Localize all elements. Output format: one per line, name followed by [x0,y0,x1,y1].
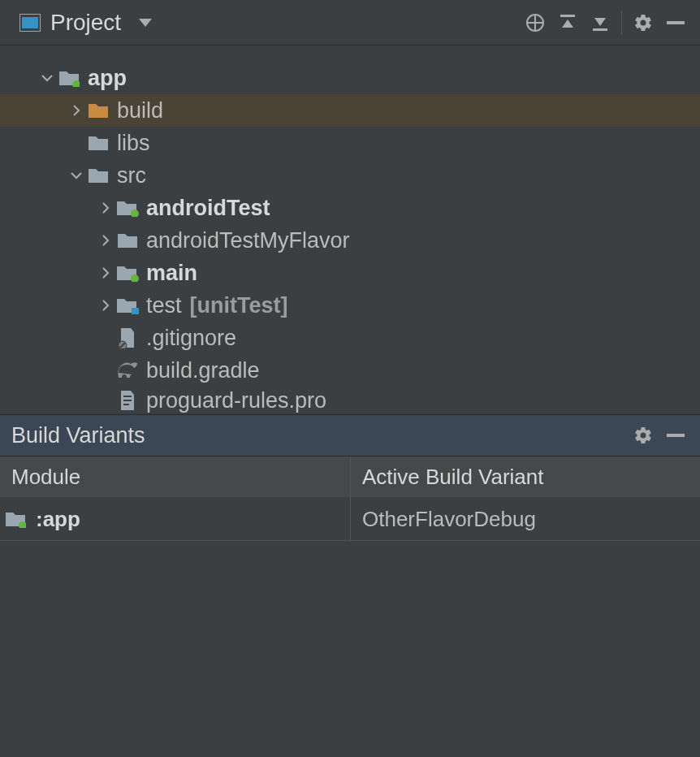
tree-label: src [117,165,146,187]
test-folder-icon [115,296,140,314]
tree-item-main[interactable]: main [0,257,700,289]
chevron-down-icon [37,71,57,84]
settings-button[interactable] [627,419,659,452]
tree-label: build [117,100,163,122]
chevron-right-icon [96,234,115,247]
hide-button[interactable] [659,419,692,452]
tree-item-libs[interactable]: libs [0,127,700,159]
chevron-right-icon [67,104,86,117]
table-header: Module Active Build Variant [0,456,700,497]
tree-item-build-gradle[interactable]: build.gradle [0,354,700,387]
build-variants-table: Module Active Build Variant :app OtherFl… [0,456,700,757]
tree-label: main [146,262,197,284]
tree-item-app[interactable]: app [0,62,700,94]
tree-label: build.gradle [146,360,260,382]
active-variant-cell[interactable]: OtherFlavorDebug [351,497,700,540]
svg-rect-8 [593,28,607,31]
module-name: :app [36,508,80,530]
select-opened-file-button[interactable] [519,6,551,39]
chevron-down-icon [67,169,86,182]
chevron-right-icon [96,299,115,312]
tree-item-test[interactable]: test [unitTest] [0,289,700,322]
tree-item-proguard[interactable]: proguard-rules.pro [0,387,700,414]
gitignore-file-icon [115,327,140,348]
tree-label: proguard-rules.pro [146,390,326,412]
settings-button[interactable] [627,6,659,39]
active-variant-value: OtherFlavorDebug [362,508,536,530]
svg-marker-7 [562,19,573,28]
svg-rect-10 [667,21,685,24]
tree-item-gitignore[interactable]: .gitignore [0,322,700,354]
svg-marker-2 [139,19,152,27]
module-folder-icon [5,510,29,528]
tree-item-androidTestMyFlavor[interactable]: androidTestMyFlavor [0,224,700,257]
collapse-all-button[interactable] [584,6,616,39]
project-tree[interactable]: app build libs src a [0,45,700,414]
chevron-right-icon [96,201,115,214]
svg-marker-9 [594,18,606,26]
svg-rect-1 [22,17,38,28]
tree-item-androidTest[interactable]: androidTest [0,192,700,224]
folder-icon [115,231,140,249]
svg-rect-6 [560,15,575,17]
column-header-variant[interactable]: Active Build Variant [351,456,700,497]
tree-label: test [146,295,182,317]
test-source-folder-icon [115,199,140,217]
svg-rect-20 [667,434,685,437]
folder-icon [86,167,110,184]
tree-label: androidTest [146,197,270,219]
text-file-icon [115,390,140,411]
project-title: Project [50,11,121,34]
build-variants-title: Build Variants [11,425,145,447]
tree-label: .gitignore [146,327,236,349]
tree-item-truncated[interactable] [0,49,700,62]
project-toolbar: Project [0,0,700,45]
tree-label: app [88,67,127,89]
hide-button[interactable] [659,6,692,39]
gradle-file-icon [115,361,140,379]
module-folder-icon [57,69,81,87]
svg-rect-14 [132,308,139,314]
tree-item-build[interactable]: build [0,94,700,127]
expand-all-button[interactable] [551,6,584,39]
tree-label-suffix: [unitTest] [190,295,288,317]
tree-item-src[interactable]: src [0,159,700,192]
folder-icon [86,134,110,152]
folder-icon [86,102,110,119]
source-folder-icon [115,264,140,282]
chevron-right-icon [96,266,115,279]
tree-label: libs [117,132,150,154]
chevron-down-icon [139,19,152,27]
project-view-selector[interactable]: Project [19,11,152,34]
column-header-module[interactable]: Module [0,456,351,497]
build-variants-header: Build Variants [0,414,700,456]
build-variants-empty-area [0,541,700,757]
table-row[interactable]: :app OtherFlavorDebug [0,497,700,541]
project-icon [19,14,41,32]
toolbar-divider [621,11,622,35]
tree-label: androidTestMyFlavor [146,230,350,252]
